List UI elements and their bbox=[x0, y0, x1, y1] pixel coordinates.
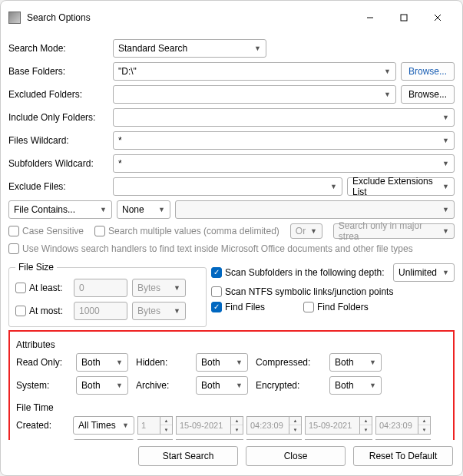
files-wildcard-label: Files Wildcard: bbox=[8, 135, 108, 146]
subfolders-wildcard-combo[interactable]: *▼ bbox=[113, 154, 455, 173]
search-options-window: Search Options Search Mode: Standard Sea… bbox=[0, 0, 463, 476]
created-from-time[interactable]: 04:23:09 bbox=[246, 416, 289, 435]
scan-ntfs-check[interactable]: Scan NTFS symbolic links/junction points bbox=[211, 286, 393, 297]
case-sensitive-check[interactable]: Case Sensitive bbox=[8, 226, 84, 236]
browse-excluded-button[interactable]: Browse... bbox=[401, 85, 455, 104]
minimize-button[interactable] bbox=[353, 7, 387, 28]
spin-up-icon: ▲ bbox=[160, 417, 172, 425]
at-most-value[interactable]: 1000 bbox=[74, 302, 127, 320]
scan-options: Scan Subfolders in the following depth: … bbox=[211, 259, 455, 327]
content-area: Search Mode: Standard Search▼ Base Folde… bbox=[1, 35, 462, 440]
svg-rect-1 bbox=[401, 15, 407, 21]
use-win-handlers-check[interactable]: Use Windows search handlers to find text… bbox=[8, 243, 413, 254]
compressed-combo[interactable]: Both▼ bbox=[329, 353, 382, 372]
base-folders-combo[interactable]: "D:\"▼ bbox=[113, 62, 396, 81]
checkbox-icon bbox=[15, 306, 26, 316]
exclude-ext-list-combo[interactable]: Exclude Extensions List▼ bbox=[347, 177, 455, 196]
spin-up-icon: ▲ bbox=[418, 417, 430, 425]
find-folders-check[interactable]: Find Folders bbox=[303, 302, 369, 312]
encrypted-combo[interactable]: Both▼ bbox=[329, 376, 382, 395]
readonly-combo[interactable]: Both▼ bbox=[76, 353, 128, 372]
close-button[interactable] bbox=[421, 7, 455, 28]
chevron-down-icon: ▼ bbox=[442, 227, 449, 235]
exclude-files-combo[interactable]: ▼ bbox=[113, 177, 342, 196]
base-folders-label: Base Folders: bbox=[8, 66, 108, 77]
multi-op-combo[interactable]: Or▼ bbox=[290, 223, 322, 239]
chevron-down-icon: ▼ bbox=[442, 160, 449, 167]
window-buttons bbox=[353, 7, 455, 28]
spin-down-icon: ▼ bbox=[360, 425, 372, 434]
chevron-down-icon: ▼ bbox=[442, 137, 449, 144]
search-mode-label: Search Mode: bbox=[8, 43, 108, 54]
spin-up-icon: ▲ bbox=[289, 417, 301, 425]
search-multiple-check[interactable]: Search multiple values (comma delimited) bbox=[94, 226, 279, 236]
chevron-down-icon: ▼ bbox=[369, 359, 376, 366]
exclude-files-label: Exclude Files: bbox=[8, 181, 108, 192]
at-most-check[interactable]: At most: bbox=[15, 306, 69, 316]
created-label: Created: bbox=[16, 420, 70, 431]
chevron-down-icon: ▼ bbox=[442, 114, 449, 121]
checkbox-icon bbox=[8, 226, 19, 236]
excluded-folders-combo[interactable]: ▼ bbox=[113, 85, 396, 104]
created-spin-value[interactable]: 1 bbox=[137, 416, 160, 435]
at-least-value[interactable]: 0 bbox=[74, 279, 127, 297]
maximize-button[interactable] bbox=[387, 7, 421, 28]
browse-base-button[interactable]: Browse... bbox=[401, 62, 455, 81]
chevron-down-icon: ▼ bbox=[122, 421, 129, 429]
encrypted-label: Encrypted: bbox=[256, 380, 325, 391]
chevron-down-icon: ▼ bbox=[236, 359, 243, 366]
search-major-combo[interactable]: Search only in major strea▼ bbox=[333, 223, 455, 239]
footer: Start Search Close Reset To Default bbox=[1, 440, 462, 475]
hidden-combo[interactable]: Both▼ bbox=[196, 353, 248, 372]
reset-default-button[interactable]: Reset To Default bbox=[353, 446, 453, 466]
include-only-label: Include Only Folders: bbox=[8, 112, 108, 123]
files-wildcard-combo[interactable]: *▼ bbox=[113, 131, 455, 150]
file-contains-mode-combo[interactable]: None▼ bbox=[117, 200, 170, 219]
file-contains-combo[interactable]: File Contains...▼ bbox=[8, 200, 112, 219]
spin-down-icon: ▼ bbox=[418, 425, 430, 434]
search-mode-combo[interactable]: Standard Search▼ bbox=[113, 39, 266, 58]
file-contains-value[interactable]: ▼ bbox=[175, 200, 455, 219]
created-mode-combo[interactable]: All Times▼ bbox=[73, 416, 134, 435]
file-time-legend: File Time bbox=[16, 402, 447, 413]
close-dialog-button[interactable]: Close bbox=[246, 446, 346, 466]
include-only-combo[interactable]: ▼ bbox=[113, 108, 455, 127]
chevron-down-icon: ▼ bbox=[330, 183, 337, 190]
system-label: System: bbox=[16, 380, 71, 391]
scan-subfolders-check[interactable]: Scan Subfolders in the following depth: bbox=[211, 267, 384, 278]
titlebar: Search Options bbox=[1, 1, 462, 35]
app-icon bbox=[8, 12, 21, 24]
created-from-date[interactable]: 15-09-2021 bbox=[176, 416, 231, 435]
checkbox-icon bbox=[8, 243, 19, 254]
at-most-unit[interactable]: Bytes▼ bbox=[132, 302, 186, 320]
chevron-down-icon: ▼ bbox=[158, 206, 165, 213]
start-search-button[interactable]: Start Search bbox=[138, 446, 238, 466]
created-to-date-spin[interactable]: ▲▼ bbox=[360, 416, 372, 435]
chevron-down-icon: ▼ bbox=[369, 382, 376, 389]
attributes-legend: Attributes bbox=[16, 339, 447, 350]
at-least-unit[interactable]: Bytes▼ bbox=[132, 279, 186, 297]
hidden-label: Hidden: bbox=[136, 357, 191, 368]
archive-combo[interactable]: Both▼ bbox=[196, 376, 248, 395]
file-size-group: File Size At least: 0 Bytes▼ At most: 10… bbox=[8, 262, 207, 327]
chevron-down-icon: ▼ bbox=[236, 382, 243, 389]
chevron-down-icon: ▼ bbox=[310, 227, 317, 235]
spin-up-icon: ▲ bbox=[360, 417, 372, 425]
subfolders-wildcard-label: Subfolders Wildcard: bbox=[8, 158, 108, 169]
created-spin[interactable]: ▲▼ bbox=[160, 416, 173, 435]
checkbox-checked-icon bbox=[211, 302, 222, 312]
created-to-time[interactable]: 04:23:09 bbox=[375, 416, 418, 435]
file-time-group: File Time Created:All Times▼1▲▼15-09-202… bbox=[13, 399, 450, 440]
chevron-down-icon: ▼ bbox=[254, 45, 261, 52]
chevron-down-icon: ▼ bbox=[442, 206, 449, 213]
created-to-time-spin[interactable]: ▲▼ bbox=[418, 416, 431, 435]
scan-depth-combo[interactable]: Unlimited▼ bbox=[393, 263, 455, 282]
find-files-check[interactable]: Find Files bbox=[211, 302, 265, 312]
created-to-date[interactable]: 15-09-2021 bbox=[305, 416, 360, 435]
at-least-check[interactable]: At least: bbox=[15, 283, 69, 293]
spin-up-icon: ▲ bbox=[231, 417, 243, 425]
chevron-down-icon: ▼ bbox=[116, 382, 123, 389]
created-from-date-spin[interactable]: ▲▼ bbox=[231, 416, 243, 435]
system-combo[interactable]: Both▼ bbox=[76, 376, 128, 395]
created-from-time-spin[interactable]: ▲▼ bbox=[289, 416, 302, 435]
